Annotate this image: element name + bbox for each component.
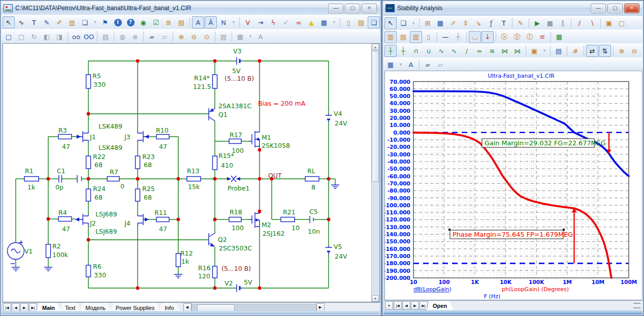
tab-menu-button[interactable]: ▾ xyxy=(385,301,393,310)
first-page-button[interactable]: |◀ xyxy=(394,301,402,310)
go-to-branch-icon[interactable]: ≡ xyxy=(536,31,549,43)
select-tool-icon[interactable]: ↖ xyxy=(3,16,15,28)
close-button[interactable]: × xyxy=(362,4,377,13)
text-mode-icon[interactable]: T xyxy=(498,17,510,29)
bring-to-front-icon[interactable]: ▰ xyxy=(146,30,158,43)
graphics-mode-icon[interactable]: ❏ xyxy=(397,17,409,29)
font-tool-icon[interactable]: A xyxy=(254,30,267,43)
resistor-symbol[interactable] xyxy=(136,189,140,201)
new-page-icon[interactable]: ▯ xyxy=(342,16,355,28)
maximize-button[interactable]: ▢ xyxy=(607,4,623,13)
plot-properties-icon[interactable]: ▦ xyxy=(434,17,446,29)
resistor-symbol[interactable] xyxy=(136,156,140,169)
vertical-cursor-icon[interactable]: ⇅ xyxy=(599,45,611,57)
flip-horizontal-icon[interactable]: ◧ xyxy=(41,30,53,43)
picture-tool-icon[interactable]: ✐ xyxy=(53,16,66,28)
schematic-drawing[interactable]: R5330R347LSK489J1J3LSK489R1047R2268R2368… xyxy=(3,44,372,302)
region-enable-icon[interactable]: ≣ xyxy=(163,16,175,28)
close-button[interactable]: × xyxy=(624,4,639,13)
page-view-icon[interactable]: ▤ xyxy=(217,30,230,43)
component-symbol[interactable] xyxy=(235,285,242,292)
resistor-symbol[interactable] xyxy=(281,217,295,222)
resistor-symbol[interactable] xyxy=(24,177,39,181)
analysis-window-titlebar[interactable]: Stability Analysis —▢× xyxy=(383,2,642,15)
show-probe-values-icon[interactable]: ∞ xyxy=(293,16,305,28)
show-warnings-icon[interactable]: ▲ xyxy=(305,16,317,28)
find-icon[interactable]: oo xyxy=(70,30,82,43)
valley-icon[interactable]: ∪ xyxy=(423,45,435,57)
overlap-plots-icon[interactable]: ▥ xyxy=(410,31,422,43)
resistor-symbol[interactable] xyxy=(86,75,91,88)
find-repeat-icon[interactable]: OO xyxy=(83,30,95,43)
zoom-window-icon[interactable]: ⊞ xyxy=(422,17,434,29)
step-in-icon[interactable]: ◍ xyxy=(116,30,128,43)
rotate-tool-icon[interactable]: ↻ xyxy=(28,30,40,43)
component-shapes-tool-icon[interactable]: ❏ xyxy=(79,16,91,28)
cursor-next-point-icon[interactable]: ┼ xyxy=(384,45,397,57)
select-mode-icon[interactable]: ↖ xyxy=(384,17,397,29)
pause-button[interactable]: ‖ xyxy=(557,17,569,29)
last-page-button[interactable]: ▶| xyxy=(420,301,428,310)
prev-page-button[interactable]: ◀ xyxy=(402,301,410,310)
palette-dropdown-icon[interactable]: ▾ xyxy=(247,30,254,43)
send-to-back-icon[interactable]: ▱ xyxy=(434,58,446,71)
scroll-right-button[interactable]: ▶ xyxy=(316,303,325,312)
go-to-y-icon[interactable]: ⓨ xyxy=(511,31,523,43)
color-palette-icon[interactable]: ▦ xyxy=(234,30,246,43)
tracker-mode-icon[interactable]: ┼ xyxy=(452,31,464,43)
horizontal-cursor-icon[interactable]: ⇄ xyxy=(586,45,598,57)
gain-margin-annotation[interactable]: Gain Margin=29.032 FG=22.677MEG xyxy=(482,139,606,147)
color-palette-icon[interactable]: ▦ xyxy=(384,58,397,71)
paste-waveform-icon[interactable]: ▣ xyxy=(528,45,540,57)
resistor-symbol[interactable] xyxy=(156,135,169,139)
shapes-dropdown-icon[interactable]: ▾ xyxy=(91,16,99,28)
scale-down-icon[interactable]: ⇘ xyxy=(472,17,485,29)
minimize-button[interactable]: — xyxy=(591,4,606,13)
show-dropdown-icon[interactable]: ▾ xyxy=(230,16,237,28)
show-conditions-icon[interactable]: ✓ xyxy=(280,16,292,28)
bring-to-front-icon[interactable]: ▰ xyxy=(422,58,434,71)
zoom-in-icon[interactable]: ⊕ xyxy=(175,30,187,43)
fx-mode-icon[interactable]: ƒ xyxy=(485,17,497,29)
zoom-in-icon[interactable]: ⊕ xyxy=(616,45,628,57)
stop-button[interactable]: ■ xyxy=(544,17,556,29)
resize-grip[interactable] xyxy=(633,303,640,308)
edit-data-icon[interactable]: ▦ xyxy=(553,31,565,43)
cursor-next-mark-icon[interactable]: ┼ xyxy=(397,45,409,57)
inflection-icon[interactable]: ≈ xyxy=(473,45,486,57)
resistor-symbol[interactable] xyxy=(213,266,217,278)
resistor-symbol[interactable] xyxy=(86,189,91,201)
analysis-properties-icon[interactable]: ✎ xyxy=(514,17,527,29)
info-pages-icon[interactable]: ▤ xyxy=(100,30,112,43)
bottom-cursor-icon[interactable]: ⋈ xyxy=(511,45,524,57)
show-grid-text-icon[interactable]: Ã xyxy=(205,16,217,28)
show-node-voltages-icon[interactable]: V xyxy=(242,16,254,28)
resistor-symbol[interactable] xyxy=(86,156,91,169)
resistor-symbol[interactable] xyxy=(213,156,217,170)
resistor-symbol[interactable] xyxy=(46,244,51,258)
high-point-icon[interactable]: ∿ xyxy=(435,45,447,57)
resistor-symbol[interactable] xyxy=(86,265,91,277)
next-page-button[interactable]: ▶ xyxy=(411,301,419,310)
show-attribute-text-icon[interactable]: A xyxy=(192,16,204,28)
scroll-down-button[interactable]: ▼ xyxy=(372,295,379,302)
vertical-scroll-thumb[interactable] xyxy=(372,51,379,182)
find-component-web-icon[interactable]: ◉ xyxy=(137,16,149,28)
grid-toggle-icon[interactable]: ▦ xyxy=(318,16,330,28)
select-plot-box-icon[interactable]: ▣ xyxy=(603,17,615,29)
show-pin-currents-icon[interactable]: ⇥ xyxy=(254,16,267,28)
data-point-labels-icon[interactable]: # xyxy=(569,45,582,57)
palette-dropdown-icon[interactable]: ▾ xyxy=(397,58,404,71)
negative-slope-icon[interactable]: ∖ xyxy=(586,17,598,29)
shape-box-icon[interactable]: ▢ xyxy=(15,30,27,43)
cursor-curve-mode-icon[interactable]: ↓ xyxy=(481,31,494,43)
go-to-performance-icon[interactable]: ⓕ xyxy=(524,31,536,43)
next-curve-mode-icon[interactable]: ◡ xyxy=(469,31,481,43)
resistor-symbol[interactable] xyxy=(229,139,241,144)
zoom-scale-icon[interactable]: ⊙ xyxy=(201,30,213,43)
scale-up-icon[interactable]: ⇗ xyxy=(447,17,459,29)
resistor-symbol[interactable] xyxy=(305,177,319,181)
tile-vertical-icon[interactable]: ▥ xyxy=(384,31,397,43)
text-page-icon[interactable]: ▤ xyxy=(355,16,367,28)
low-point-icon[interactable]: ∿ xyxy=(448,45,460,57)
